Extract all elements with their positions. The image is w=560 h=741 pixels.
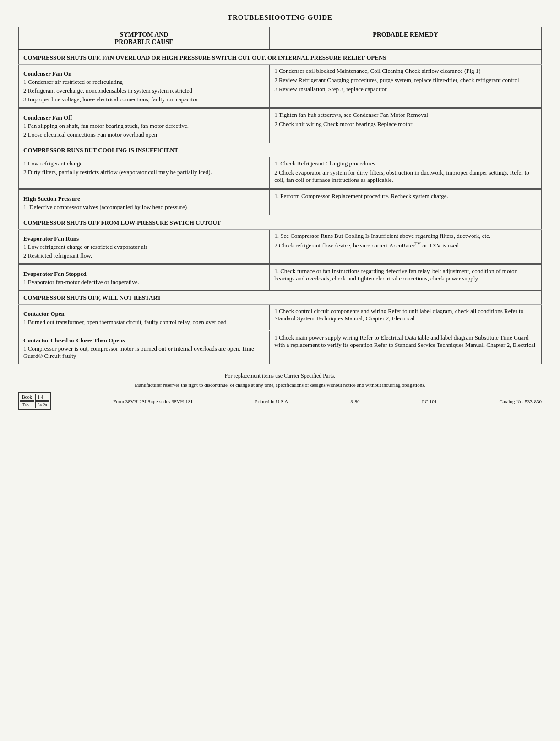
footer-catalog: Catalog No. 533-830 [499,399,542,404]
book-tab-area: Book 1 4 Tab 3a 2a [18,392,51,411]
remedy-item-2-0-1: 2 Check refrigerant flow device, be sure… [274,242,537,249]
sub-header-0-1: Condenser Fan Off [23,114,265,121]
sub-header-0-0: Condenser Fan On [23,70,265,77]
remedy-item-2-0-0: 1. See Compressor Runs But Cooling Is In… [274,232,537,240]
cause-item-1-0-1: 2 Dirty filters, partially restricts air… [23,169,265,176]
cause-cell-3-1: Contactor Closed or Closes Then Opens1 C… [19,331,270,364]
remedy-item-0-0-0: 1 Condenser coil blocked Maintenance, Co… [274,67,537,75]
remedy-cell-2-1: 1. Check furnace or fan instructions reg… [270,265,542,291]
cause-item-3-0-0: 1 Burned out transformer, open thermosta… [23,318,265,326]
cause-item-1-1-0: 1. Defective compressor valves (accompan… [23,203,265,211]
remedy-list-0-0: 1 Condenser coil blocked Maintenance, Co… [274,67,537,93]
sub-header-3-0: Contactor Open [23,310,265,318]
cause-list-2-0: 1 Low refrigerant charge or restricted e… [23,243,265,259]
remedy-item-0-0-2: 3 Review Installation, Step 3, replace c… [274,86,537,93]
remedy-cell-0-0: 1 Condenser coil blocked Maintenance, Co… [270,65,542,108]
remedy-item-1-0-0: 1. Check Refrigerant Charging procedures [274,160,537,167]
remedy-list-2-0: 1. See Compressor Runs But Cooling Is In… [274,232,537,249]
footer-date: 3-80 [350,399,359,404]
remedy-cell-2-0: 1. See Compressor Runs But Cooling Is In… [270,230,542,264]
cause-item-1-0-0: 1 Low refrigerant charge. [23,160,265,167]
footer-disclaimer: Manufacturer reserves the right to disco… [18,382,542,388]
sub-section-row-2-0: Evaporator Fan Runs1 Low refrigerant cha… [19,230,542,264]
cause-item-0-0-2: 3 Improper line voltage, loose electrica… [23,96,265,103]
cause-cell-0-1: Condenser Fan Off1 Fan slipping on shaft… [19,109,270,143]
cause-item-2-1-0: 1 Evaporator fan-motor defective or inop… [23,279,265,286]
section-title-2: COMPRESSOR SHUTS OFF FROM LOW-PRESSURE S… [23,219,221,227]
symptom-header: SYMPTOM ANDPROBABLE CAUSE [19,27,270,50]
sub-section-row-0-0: Condenser Fan On1 Condenser air restrict… [19,65,542,108]
page-title: TROUBLESHOOTING GUIDE [18,14,542,22]
remedy-item-3-1-0: 1 Check main power supply wiring Refer t… [274,334,537,349]
cause-cell-2-0: Evaporator Fan Runs1 Low refrigerant cha… [19,230,270,264]
footer-pc: PC 101 [422,399,437,404]
sub-section-row-3-0: Contactor Open1 Burned out transformer, … [19,305,542,330]
remedy-list-3-0: 1 Check control circuit components and w… [274,307,537,322]
section-header-row-1: COMPRESSOR RUNS BUT COOLING IS INSUFFICI… [19,143,542,157]
remedy-item-0-1-1: 2 Check unit wiring Check motor bearings… [274,121,537,128]
section-header-row-3: COMPRESSOR SHUTS OFF, WILL NOT RESTART [19,291,542,305]
remedy-cell-1-1: 1. Perform Compressor Replacement proced… [270,190,542,215]
sub-header-3-1: Contactor Closed or Closes Then Opens [23,337,265,344]
footer-replacement-text: For replacement items use Carrier Specif… [18,373,542,379]
cause-item-0-0-0: 1 Condenser air restricted or recirculat… [23,78,265,86]
remedy-item-0-1-0: 1 Tighten fan hub setscrews, see Condens… [274,111,537,119]
remedy-item-1-1-0: 1. Perform Compressor Replacement proced… [274,192,537,200]
section-title-3: COMPRESSOR SHUTS OFF, WILL NOT RESTART [23,294,161,302]
footer-printed: Printed in U S A [255,399,288,404]
book-value: 1 4 [35,394,49,401]
cause-list-3-0: 1 Burned out transformer, open thermosta… [23,318,265,326]
section-symptom-header-0: COMPRESSOR SHUTS OFF, FAN OVERLOAD OR HI… [19,50,542,65]
remedy-list-2-1: 1. Check furnace or fan instructions reg… [274,268,537,282]
remedy-header: PROBABLE REMEDY [270,27,542,50]
remedy-list-1-1: 1. Perform Compressor Replacement proced… [274,192,537,200]
cause-item-2-0-0: 1 Low refrigerant charge or restricted e… [23,243,265,251]
sub-section-row-1-1: High Suction Pressure1. Defective compre… [19,190,542,215]
remedy-cell-3-0: 1 Check control circuit components and w… [270,305,542,330]
cause-cell-2-1: Evaporator Fan Stopped1 Evaporator fan-m… [19,265,270,291]
remedy-list-0-1: 1 Tighten fan hub setscrews, see Condens… [274,111,537,128]
section-title-0: COMPRESSOR SHUTS OFF, FAN OVERLOAD OR HI… [23,54,386,62]
section-symptom-header-2: COMPRESSOR SHUTS OFF FROM LOW-PRESSURE S… [19,215,542,230]
sub-section-row-1-0: 1 Low refrigerant charge.2 Dirty filters… [19,157,542,189]
sub-header-1-1: High Suction Pressure [23,195,265,203]
section-symptom-header-3: COMPRESSOR SHUTS OFF, WILL NOT RESTART [19,291,542,305]
remedy-list-1-0: 1. Check Refrigerant Charging procedures… [274,160,537,184]
book-label: Book [20,394,34,401]
sub-section-row-3-1: Contactor Closed or Closes Then Opens1 C… [19,331,542,364]
cause-item-3-1-0: 1 Compressor power is out, compressor mo… [23,345,265,360]
sub-section-row-2-1: Evaporator Fan Stopped1 Evaporator fan-m… [19,265,542,291]
troubleshooting-table: SYMPTOM ANDPROBABLE CAUSE PROBABLE REMED… [18,27,542,364]
remedy-cell-1-0: 1. Check Refrigerant Charging procedures… [270,157,542,189]
remedy-item-2-1-0: 1. Check furnace or fan instructions reg… [274,268,537,282]
cause-item-0-0-1: 2 Refrigerant overcharge, noncondensable… [23,87,265,94]
sub-header-2-1: Evaporator Fan Stopped [23,270,265,278]
remedy-cell-3-1: 1 Check main power supply wiring Refer t… [270,331,542,364]
tab-value: 3a 2a [35,401,49,408]
cause-cell-3-0: Contactor Open1 Burned out transformer, … [19,305,270,330]
remedy-item-1-0-1: 2 Check evaporator air system for dirty … [274,169,537,184]
cause-list-0-0: 1 Condenser air restricted or recirculat… [23,78,265,103]
cause-list-3-1: 1 Compressor power is out, compressor mo… [23,345,265,360]
cause-list-1-0: 1 Low refrigerant charge.2 Dirty filters… [23,160,265,176]
cause-list-1-1: 1. Defective compressor valves (accompan… [23,203,265,211]
section-title-1: COMPRESSOR RUNS BUT COOLING IS INSUFFICI… [23,147,178,154]
sub-header-2-0: Evaporator Fan Runs [23,235,265,242]
cause-item-2-0-1: 2 Restricted refrigerant flow. [23,252,265,259]
book-tab-table: Book 1 4 Tab 3a 2a [18,392,51,410]
cause-list-0-1: 1 Fan slipping on shaft, fan motor beari… [23,122,265,138]
section-symptom-header-1: COMPRESSOR RUNS BUT COOLING IS INSUFFICI… [19,143,542,157]
remedy-item-0-0-1: 2 Review Refrigerant Charging procedures… [274,77,537,84]
cause-cell-1-0: 1 Low refrigerant charge.2 Dirty filters… [19,157,270,189]
footer-form: Form 38VH-2SI Supersedes 38VH-1SI [113,399,192,404]
table-header-row: SYMPTOM ANDPROBABLE CAUSE PROBABLE REMED… [19,27,542,50]
cause-cell-0-0: Condenser Fan On1 Condenser air restrict… [19,65,270,108]
section-header-row-0: COMPRESSOR SHUTS OFF, FAN OVERLOAD OR HI… [19,50,542,65]
cause-item-0-1-1: 2 Loose electrical connections Fan motor… [23,131,265,138]
tab-label: Tab [20,401,34,408]
cause-cell-1-1: High Suction Pressure1. Defective compre… [19,190,270,215]
remedy-item-3-0-0: 1 Check control circuit components and w… [274,307,537,322]
sub-section-row-0-1: Condenser Fan Off1 Fan slipping on shaft… [19,109,542,143]
remedy-list-3-1: 1 Check main power supply wiring Refer t… [274,334,537,349]
remedy-cell-0-1: 1 Tighten fan hub setscrews, see Condens… [270,109,542,143]
